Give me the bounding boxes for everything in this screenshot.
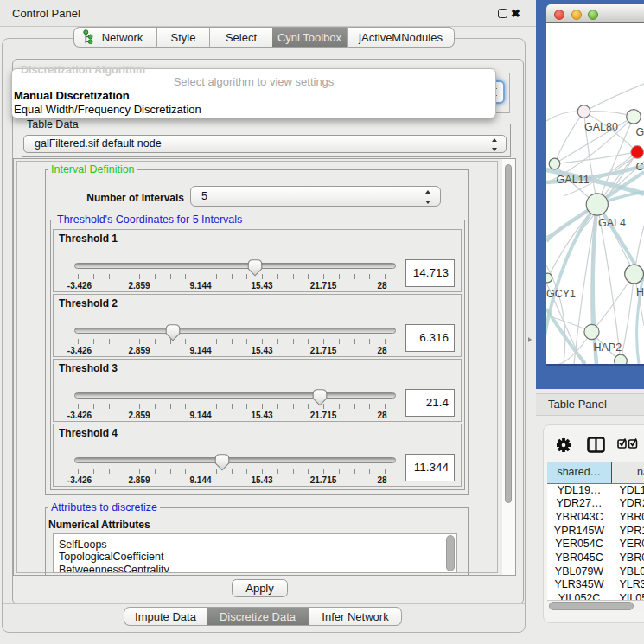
svg-text:H: H: [636, 286, 644, 298]
svg-text:GAL4: GAL4: [598, 217, 626, 229]
svg-text:GAL11: GAL11: [557, 174, 590, 186]
svg-text:GAL: GAL: [636, 126, 644, 138]
svg-text:HAP2: HAP2: [594, 341, 622, 354]
svg-text:C: C: [636, 161, 644, 173]
svg-text:GCY1: GCY1: [546, 288, 576, 300]
svg-text:GAL80: GAL80: [584, 121, 618, 133]
